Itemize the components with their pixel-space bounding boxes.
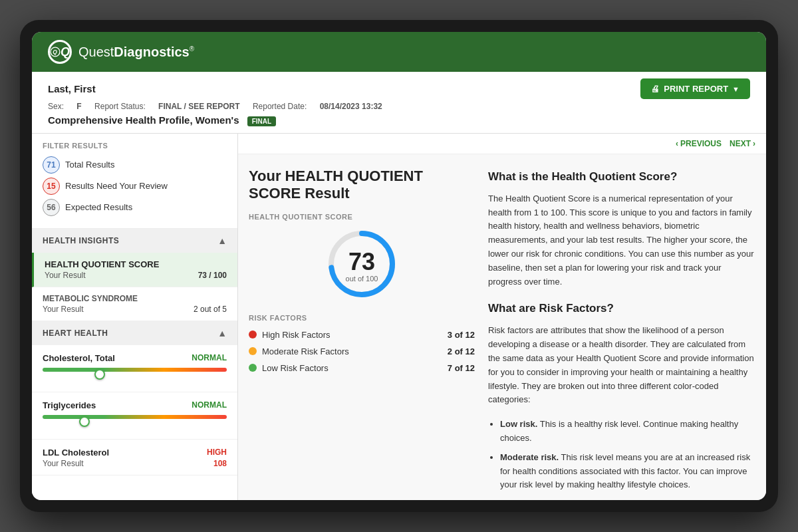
low-risk-value: 7 of 12 bbox=[448, 363, 475, 373]
printer-icon: 🖨 bbox=[651, 84, 660, 94]
sidebar-item-ldl[interactable]: LDL Cholesterol HIGH Your Result 108 bbox=[32, 440, 237, 475]
device-frame: Q QuestDiagnostics® Last, First 🖨 PRINT … bbox=[20, 20, 778, 512]
content-area: Your HEALTH QUOTIENT SCORE Result HEALTH… bbox=[238, 154, 766, 500]
metabolic-title: METABOLIC SYNDROME bbox=[43, 294, 227, 303]
filter-review-results[interactable]: 15 Results Need Your Review bbox=[43, 178, 227, 195]
high-risk-label-group: High Risk Factors bbox=[249, 330, 331, 340]
list-item-low-bold: Low risk. bbox=[500, 419, 537, 429]
info-list: Low risk. This is a healthy risk level. … bbox=[488, 418, 755, 500]
ldl-title: LDL Cholesterol bbox=[43, 448, 109, 458]
ldl-label: Your Result bbox=[43, 459, 84, 468]
risk-factors-title: RISK FACTORS bbox=[249, 314, 475, 322]
main-content: FILTER RESULTS 71 Total Results 15 Resul… bbox=[32, 134, 766, 500]
high-risk-dot bbox=[249, 331, 257, 338]
chevron-left-icon: ‹ bbox=[676, 139, 678, 148]
svg-text:Q: Q bbox=[53, 49, 57, 55]
hq-score-value: 73 / 100 bbox=[198, 271, 227, 280]
score-label: HEALTH QUOTIENT SCORE bbox=[249, 213, 475, 221]
list-item-high: High risk. This risk level means you are… bbox=[500, 497, 755, 500]
filter-expected-results[interactable]: 56 Expected Results bbox=[43, 199, 227, 216]
filter-total-results[interactable]: 71 Total Results bbox=[43, 156, 227, 174]
metabolic-value: 2 out of 5 bbox=[194, 305, 227, 314]
sidebar-item-cholesterol[interactable]: Cholesterol, Total NORMAL bbox=[32, 345, 237, 392]
triglycerides-slider bbox=[43, 415, 227, 428]
score-circle-container: 73 out of 100 bbox=[249, 227, 475, 301]
print-report-button[interactable]: 🖨 PRINT REPORT ▼ bbox=[640, 78, 750, 99]
heart-health-header[interactable]: HEART HEALTH ▲ bbox=[32, 321, 237, 345]
patient-name-text: Last, First bbox=[48, 83, 96, 94]
info-section: What is the Health Quotient Score? The H… bbox=[488, 168, 755, 500]
sidebar-item-hq-score[interactable]: HEALTH QUOTIENT SCORE Your Result 73 / 1… bbox=[32, 253, 237, 287]
health-insights-chevron: ▲ bbox=[217, 235, 227, 246]
chevron-right-icon: › bbox=[753, 139, 755, 148]
list-item-moderate: Moderate risk. This risk level means you… bbox=[500, 451, 755, 492]
total-results-label: Total Results bbox=[65, 160, 114, 170]
score-out-of: out of 100 bbox=[346, 275, 378, 283]
info-text-2: Risk factors are attributes that show th… bbox=[488, 324, 755, 407]
triglycerides-title: Triglycerides bbox=[43, 400, 96, 410]
expected-results-badge: 56 bbox=[43, 199, 60, 216]
ldl-value: 108 bbox=[213, 459, 227, 468]
high-risk-value: 3 of 12 bbox=[448, 330, 475, 340]
filter-title: FILTER RESULTS bbox=[43, 142, 227, 150]
low-risk-dot bbox=[249, 364, 257, 372]
info-heading-2: What are Risk Factors? bbox=[488, 299, 755, 317]
cholesterol-slider bbox=[43, 368, 227, 381]
high-risk-item: High Risk Factors 3 of 12 bbox=[249, 330, 475, 340]
logo-area: Q QuestDiagnostics® bbox=[48, 40, 194, 64]
moderate-risk-item: Moderate Risk Factors 2 of 12 bbox=[249, 346, 475, 356]
chevron-down-icon: ▼ bbox=[732, 85, 739, 93]
cholesterol-title: Cholesterol, Total bbox=[43, 353, 115, 363]
logo-diagnostics: Diagnostics bbox=[114, 45, 189, 59]
ldl-result-row: Your Result 108 bbox=[43, 459, 227, 468]
metabolic-result: Your Result 2 out of 5 bbox=[43, 305, 227, 314]
page-title: Your HEALTH QUOTIENT SCORE Result bbox=[249, 168, 475, 202]
quest-logo-icon: Q bbox=[48, 40, 72, 64]
ldl-status: HIGH bbox=[207, 448, 227, 458]
logo-quest: Quest bbox=[78, 45, 114, 59]
total-results-badge: 71 bbox=[43, 156, 60, 174]
moderate-risk-dot bbox=[249, 347, 257, 355]
logo-text: QuestDiagnostics® bbox=[78, 45, 194, 60]
header: Q QuestDiagnostics® bbox=[32, 32, 766, 72]
list-item-low: Low risk. This is a healthy risk level. … bbox=[500, 418, 755, 446]
high-risk-label: High Risk Factors bbox=[262, 330, 331, 340]
sidebar-item-metabolic[interactable]: METABOLIC SYNDROME Your Result 2 out of … bbox=[32, 287, 237, 321]
sidebar: FILTER RESULTS 71 Total Results 15 Resul… bbox=[32, 134, 238, 500]
patient-meta: Sex: F Report Status: FINAL / SEE REPORT… bbox=[48, 102, 750, 111]
moderate-risk-value: 2 of 12 bbox=[448, 346, 475, 356]
review-results-badge: 15 bbox=[43, 178, 60, 195]
low-risk-item: Low Risk Factors 7 of 12 bbox=[249, 363, 475, 373]
info-heading-1: What is the Health Quotient Score? bbox=[488, 168, 755, 186]
cholesterol-status: NORMAL bbox=[192, 353, 227, 363]
risk-factors-section: RISK FACTORS High Risk Factors 3 of 12 bbox=[249, 314, 475, 373]
ldl-header-row: LDL Cholesterol HIGH bbox=[43, 448, 227, 458]
hq-score-label: Your Result bbox=[45, 271, 86, 280]
report-title: Comprehensive Health Profile, Women's FI… bbox=[48, 114, 750, 126]
heart-health-chevron: ▲ bbox=[217, 328, 227, 338]
expected-results-label: Expected Results bbox=[65, 202, 132, 212]
cholesterol-header-row: Cholesterol, Total NORMAL bbox=[43, 353, 227, 363]
list-item-high-bold: High risk. bbox=[500, 499, 539, 500]
report-status: Report Status: FINAL / SEE REPORT bbox=[94, 102, 240, 111]
moderate-risk-label-group: Moderate Risk Factors bbox=[249, 346, 349, 356]
hq-score-title: HEALTH QUOTIENT SCORE bbox=[45, 259, 227, 269]
hq-score-sub: Your Result 73 / 100 bbox=[45, 271, 227, 280]
metabolic-label: Your Result bbox=[43, 305, 84, 314]
health-insights-header[interactable]: HEALTH INSIGHTS ▲ bbox=[32, 229, 237, 253]
nav-bar: ‹ PREVIOUS NEXT › bbox=[238, 134, 766, 154]
previous-button[interactable]: ‹ PREVIOUS bbox=[676, 139, 722, 148]
review-results-label: Results Need Your Review bbox=[65, 181, 168, 191]
list-item-moderate-bold: Moderate risk. bbox=[500, 452, 559, 462]
score-circle: 73 out of 100 bbox=[325, 227, 398, 301]
score-section: Your HEALTH QUOTIENT SCORE Result HEALTH… bbox=[249, 168, 475, 500]
moderate-risk-label: Moderate Risk Factors bbox=[262, 346, 349, 356]
next-button[interactable]: NEXT › bbox=[730, 139, 755, 148]
patient-name-row: Last, First 🖨 PRINT REPORT ▼ bbox=[48, 78, 750, 99]
heart-health-title: HEART HEALTH bbox=[43, 329, 108, 338]
low-risk-label: Low Risk Factors bbox=[262, 363, 329, 373]
reported-date: Reported Date: 08/14/2023 13:32 bbox=[253, 102, 382, 111]
sidebar-item-triglycerides[interactable]: Triglycerides NORMAL bbox=[32, 392, 237, 440]
sex-label: Sex: F bbox=[48, 102, 82, 111]
screen: Q QuestDiagnostics® Last, First 🖨 PRINT … bbox=[32, 32, 766, 500]
